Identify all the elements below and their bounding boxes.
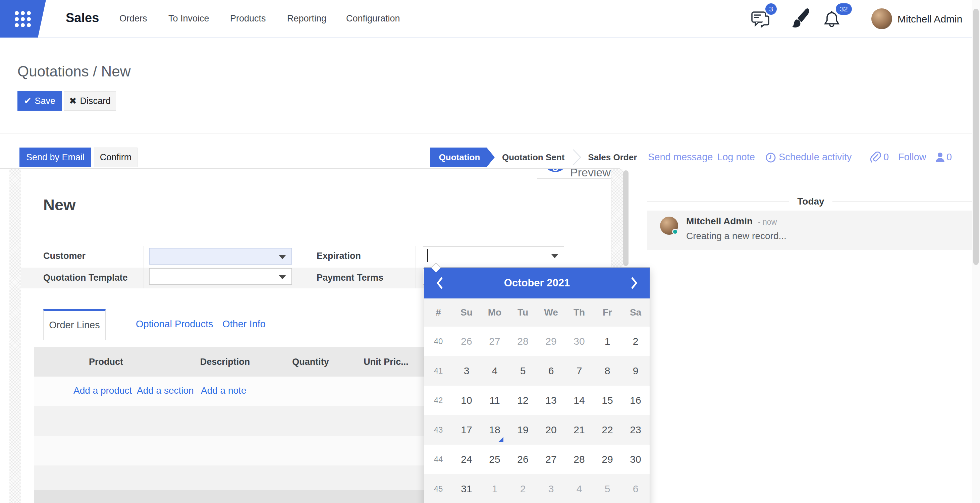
calendar-day[interactable]: 19 [509,415,537,445]
calendar-day[interactable]: 17 [452,415,480,445]
calendar-day[interactable]: 5 [509,356,537,386]
calendar-day[interactable]: 26 [509,445,537,474]
user-avatar[interactable] [871,8,892,29]
check-icon: ✔ [24,96,32,106]
calendar-day[interactable]: 28 [565,445,593,474]
theme-brush-icon[interactable] [790,7,811,30]
record-title: New [43,196,76,214]
column-unit-price[interactable]: Unit Pric... [353,347,420,377]
calendar-day[interactable]: 27 [480,326,509,356]
status-quotation[interactable]: Quotation [430,148,495,167]
calendar-day[interactable]: 5 [593,474,622,503]
messages-badge[interactable]: 3 [765,3,777,15]
discard-button[interactable]: ✖Discard [64,91,116,111]
today-label: Today [789,196,832,207]
expiration-label: Expiration [317,251,361,261]
calendar-day[interactable]: 29 [593,445,622,474]
add-note-link[interactable]: Add a note [201,385,246,396]
next-month-icon[interactable] [630,276,638,290]
calendar-day[interactable]: 20 [537,415,565,445]
clock-icon[interactable] [765,152,776,163]
column-product[interactable]: Product [74,347,138,377]
calendar-day[interactable]: 2 [509,474,537,503]
column-description[interactable]: Description [188,347,262,377]
calendar-day[interactable]: 14 [565,386,593,415]
tab-baseline [21,342,43,342]
calendar-day[interactable]: 6 [622,474,650,503]
calendar-day[interactable]: 26 [452,326,480,356]
quotation-template-input[interactable] [149,268,292,285]
schedule-activity-link[interactable]: Schedule activity [779,151,852,162]
calendar-day[interactable]: 4 [480,356,509,386]
send-message-link[interactable]: Send message [648,151,713,162]
calendar-day[interactable]: 21 [565,415,593,445]
followers-person-icon[interactable] [934,151,946,163]
calendar-day[interactable]: 15 [593,386,622,415]
calendar-day[interactable]: 13 [537,386,565,415]
follow-link[interactable]: Follow [898,151,926,162]
group-separator [415,246,416,288]
calendar-day[interactable]: 25 [480,445,509,474]
tab-optional-products[interactable]: Optional Products [136,309,213,338]
calendar-day[interactable]: 31 [452,474,480,503]
calendar-day[interactable]: 27 [537,445,565,474]
today-divider: Today [647,196,974,207]
status-sales-order[interactable]: Sales Order [588,148,637,167]
datepicker-month-title[interactable]: October 2021 [424,267,650,298]
nav-item-orders[interactable]: Orders [119,13,147,24]
calendar-day[interactable]: 7 [565,356,593,386]
column-quantity[interactable]: Quantity [282,347,339,377]
calendar-day[interactable]: 11 [480,386,509,415]
tab-order-lines[interactable]: Order Lines [43,309,106,340]
calendar-day[interactable]: 1 [593,326,622,356]
main-scrollbar[interactable] [623,170,628,266]
calendar-day[interactable]: 6 [537,356,565,386]
weekday-label: We [537,298,565,326]
calendar-day[interactable]: 22 [593,415,622,445]
notifications-badge[interactable]: 32 [836,3,852,15]
calendar-day[interactable]: 16 [622,386,650,415]
nav-item-products[interactable]: Products [230,13,266,24]
calendar-day[interactable]: 10 [452,386,480,415]
confirm-button[interactable]: Confirm [94,148,137,167]
calendar-day[interactable]: 8 [593,356,622,386]
caret-down-icon [279,255,286,259]
calendar-day[interactable]: 2 [622,326,650,356]
calendar-day[interactable]: 30 [565,326,593,356]
calendar-day[interactable]: 23 [622,415,650,445]
calendar-day[interactable]: 28 [509,326,537,356]
calendar-day[interactable]: 12 [509,386,537,415]
user-name[interactable]: Mitchell Admin [897,13,962,25]
message-author[interactable]: Mitchell Admin [686,216,752,227]
calendar-day[interactable]: 18 [480,415,509,445]
save-button[interactable]: ✔Save [18,91,62,111]
preview-button[interactable]: Preview [537,169,611,179]
calendar-day[interactable]: 9 [622,356,650,386]
paperclip-icon[interactable] [870,151,881,164]
calendar-day[interactable]: 24 [452,445,480,474]
nav-item-configuration[interactable]: Configuration [346,13,400,24]
tab-other-info[interactable]: Other Info [222,309,266,338]
calendar-day[interactable]: 30 [622,445,650,474]
add-product-link[interactable]: Add a product [73,385,132,396]
apps-grid-icon[interactable] [0,0,47,38]
calendar-day[interactable]: 3 [452,356,480,386]
chatter-scrollbar[interactable] [973,9,978,265]
nav-item-reporting[interactable]: Reporting [287,13,326,24]
nav-item-to-invoice[interactable]: To Invoice [169,13,209,24]
followers-count[interactable]: 0 [947,151,952,162]
message-avatar[interactable] [660,216,678,235]
app-name[interactable]: Sales [66,11,99,25]
log-note-link[interactable]: Log note [717,151,755,162]
add-section-link[interactable]: Add a section [137,385,194,396]
customer-input[interactable] [149,248,292,264]
expiration-date-input[interactable] [423,247,564,264]
breadcrumb[interactable]: Quotations / New [18,63,131,80]
attachments-count[interactable]: 0 [883,151,889,162]
status-quotation-sent[interactable]: Quotation Sent [502,148,565,167]
calendar-day[interactable]: 1 [480,474,509,503]
send-by-email-button[interactable]: Send by Email [19,148,91,167]
calendar-day[interactable]: 29 [537,326,565,356]
calendar-day[interactable]: 4 [565,474,593,503]
calendar-day[interactable]: 3 [537,474,565,503]
